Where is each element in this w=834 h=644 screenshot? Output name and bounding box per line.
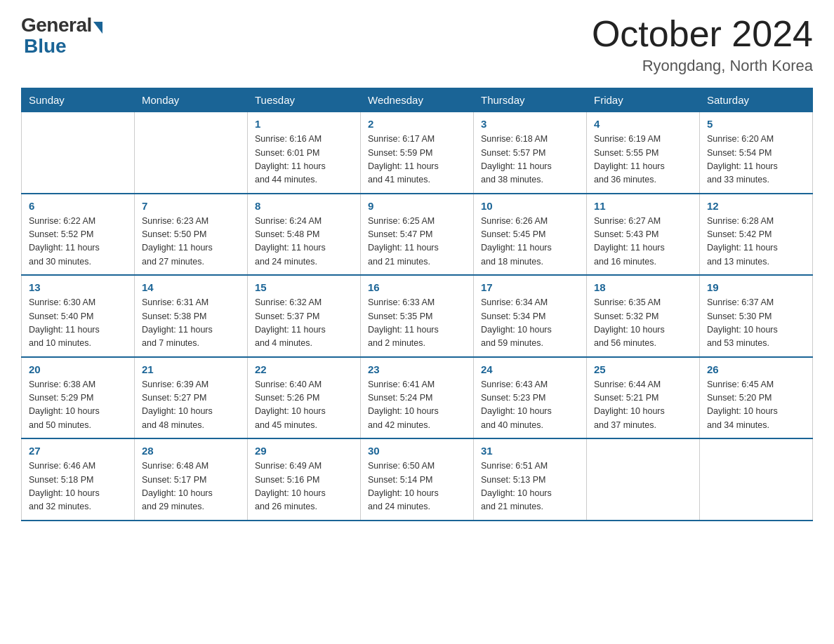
day-number: 12	[707, 200, 805, 212]
calendar-cell: 8Sunrise: 6:24 AMSunset: 5:48 PMDaylight…	[248, 194, 361, 276]
day-number: 13	[29, 281, 127, 293]
day-info: Sunrise: 6:25 AMSunset: 5:47 PMDaylight:…	[368, 215, 466, 269]
calendar-cell: 27Sunrise: 6:46 AMSunset: 5:18 PMDayligh…	[22, 438, 135, 521]
day-number: 31	[481, 445, 579, 457]
day-number: 1	[255, 118, 353, 130]
calendar-week-row: 27Sunrise: 6:46 AMSunset: 5:18 PMDayligh…	[22, 438, 813, 521]
day-number: 20	[29, 363, 127, 375]
calendar-cell: 13Sunrise: 6:30 AMSunset: 5:40 PMDayligh…	[22, 275, 135, 357]
day-number: 27	[29, 445, 127, 457]
day-info: Sunrise: 6:16 AMSunset: 6:01 PMDaylight:…	[255, 133, 353, 187]
day-info: Sunrise: 6:19 AMSunset: 5:55 PMDaylight:…	[594, 133, 692, 187]
logo: General Blue	[21, 14, 102, 58]
calendar-cell: 10Sunrise: 6:26 AMSunset: 5:45 PMDayligh…	[474, 194, 587, 276]
day-info: Sunrise: 6:26 AMSunset: 5:45 PMDaylight:…	[481, 215, 579, 269]
calendar-cell: 6Sunrise: 6:22 AMSunset: 5:52 PMDaylight…	[22, 194, 135, 276]
calendar-cell: 28Sunrise: 6:48 AMSunset: 5:17 PMDayligh…	[135, 438, 248, 521]
calendar-cell: 24Sunrise: 6:43 AMSunset: 5:23 PMDayligh…	[474, 357, 587, 439]
day-number: 24	[481, 363, 579, 375]
calendar-cell: 3Sunrise: 6:18 AMSunset: 5:57 PMDaylight…	[474, 112, 587, 194]
day-info: Sunrise: 6:32 AMSunset: 5:37 PMDaylight:…	[255, 296, 353, 351]
day-info: Sunrise: 6:44 AMSunset: 5:21 PMDaylight:…	[594, 378, 692, 433]
day-info: Sunrise: 6:51 AMSunset: 5:13 PMDaylight:…	[481, 459, 579, 514]
day-number: 16	[368, 281, 466, 293]
calendar-cell: 22Sunrise: 6:40 AMSunset: 5:26 PMDayligh…	[248, 357, 361, 439]
day-number: 28	[142, 445, 240, 457]
logo-general-text: General	[21, 14, 92, 36]
calendar-cell: 11Sunrise: 6:27 AMSunset: 5:43 PMDayligh…	[587, 194, 700, 276]
day-info: Sunrise: 6:30 AMSunset: 5:40 PMDaylight:…	[29, 296, 127, 351]
calendar-cell: 5Sunrise: 6:20 AMSunset: 5:54 PMDaylight…	[700, 112, 813, 194]
day-info: Sunrise: 6:27 AMSunset: 5:43 PMDaylight:…	[594, 215, 692, 269]
day-info: Sunrise: 6:24 AMSunset: 5:48 PMDaylight:…	[255, 215, 353, 269]
calendar-cell: 23Sunrise: 6:41 AMSunset: 5:24 PMDayligh…	[361, 357, 474, 439]
day-number: 15	[255, 281, 353, 293]
calendar-cell	[587, 438, 700, 521]
calendar-cell: 20Sunrise: 6:38 AMSunset: 5:29 PMDayligh…	[22, 357, 135, 439]
day-info: Sunrise: 6:23 AMSunset: 5:50 PMDaylight:…	[142, 215, 240, 269]
calendar-cell: 7Sunrise: 6:23 AMSunset: 5:50 PMDaylight…	[135, 194, 248, 276]
calendar-week-row: 13Sunrise: 6:30 AMSunset: 5:40 PMDayligh…	[22, 275, 813, 357]
calendar-cell: 2Sunrise: 6:17 AMSunset: 5:59 PMDaylight…	[361, 112, 474, 194]
day-number: 5	[707, 118, 805, 130]
weekday-header-tuesday: Tuesday	[248, 88, 361, 112]
day-info: Sunrise: 6:50 AMSunset: 5:14 PMDaylight:…	[368, 459, 466, 514]
weekday-header-saturday: Saturday	[700, 88, 813, 112]
calendar-week-row: 1Sunrise: 6:16 AMSunset: 6:01 PMDaylight…	[22, 112, 813, 194]
calendar-cell: 26Sunrise: 6:45 AMSunset: 5:20 PMDayligh…	[700, 357, 813, 439]
logo-blue-text: Blue	[24, 35, 67, 58]
day-info: Sunrise: 6:22 AMSunset: 5:52 PMDaylight:…	[29, 215, 127, 269]
calendar-cell	[135, 112, 248, 194]
day-info: Sunrise: 6:18 AMSunset: 5:57 PMDaylight:…	[481, 133, 579, 187]
calendar-week-row: 20Sunrise: 6:38 AMSunset: 5:29 PMDayligh…	[22, 357, 813, 439]
day-info: Sunrise: 6:49 AMSunset: 5:16 PMDaylight:…	[255, 459, 353, 514]
day-number: 14	[142, 281, 240, 293]
calendar-cell: 1Sunrise: 6:16 AMSunset: 6:01 PMDaylight…	[248, 112, 361, 194]
day-number: 3	[481, 118, 579, 130]
day-number: 23	[368, 363, 466, 375]
calendar-cell: 18Sunrise: 6:35 AMSunset: 5:32 PMDayligh…	[587, 275, 700, 357]
calendar-cell	[700, 438, 813, 521]
weekday-header-friday: Friday	[587, 88, 700, 112]
day-number: 30	[368, 445, 466, 457]
calendar-cell: 29Sunrise: 6:49 AMSunset: 5:16 PMDayligh…	[248, 438, 361, 521]
day-info: Sunrise: 6:37 AMSunset: 5:30 PMDaylight:…	[707, 296, 805, 351]
weekday-header-monday: Monday	[135, 88, 248, 112]
day-number: 11	[594, 200, 692, 212]
day-info: Sunrise: 6:46 AMSunset: 5:18 PMDaylight:…	[29, 459, 127, 514]
calendar-cell	[22, 112, 135, 194]
calendar-cell: 17Sunrise: 6:34 AMSunset: 5:34 PMDayligh…	[474, 275, 587, 357]
calendar-week-row: 6Sunrise: 6:22 AMSunset: 5:52 PMDaylight…	[22, 194, 813, 276]
day-number: 4	[594, 118, 692, 130]
calendar-table: SundayMondayTuesdayWednesdayThursdayFrid…	[21, 88, 813, 521]
day-info: Sunrise: 6:48 AMSunset: 5:17 PMDaylight:…	[142, 459, 240, 514]
day-info: Sunrise: 6:40 AMSunset: 5:26 PMDaylight:…	[255, 378, 353, 433]
day-number: 9	[368, 200, 466, 212]
calendar-cell: 16Sunrise: 6:33 AMSunset: 5:35 PMDayligh…	[361, 275, 474, 357]
day-info: Sunrise: 6:20 AMSunset: 5:54 PMDaylight:…	[707, 133, 805, 187]
weekday-header-thursday: Thursday	[474, 88, 587, 112]
weekday-header-sunday: Sunday	[22, 88, 135, 112]
calendar-cell: 19Sunrise: 6:37 AMSunset: 5:30 PMDayligh…	[700, 275, 813, 357]
month-title: October 2024	[592, 14, 813, 54]
day-info: Sunrise: 6:43 AMSunset: 5:23 PMDaylight:…	[481, 378, 579, 433]
day-info: Sunrise: 6:45 AMSunset: 5:20 PMDaylight:…	[707, 378, 805, 433]
day-number: 21	[142, 363, 240, 375]
day-number: 29	[255, 445, 353, 457]
calendar-cell: 14Sunrise: 6:31 AMSunset: 5:38 PMDayligh…	[135, 275, 248, 357]
day-number: 19	[707, 281, 805, 293]
day-number: 8	[255, 200, 353, 212]
day-info: Sunrise: 6:38 AMSunset: 5:29 PMDaylight:…	[29, 378, 127, 433]
weekday-header-row: SundayMondayTuesdayWednesdayThursdayFrid…	[22, 88, 813, 112]
calendar-cell: 25Sunrise: 6:44 AMSunset: 5:21 PMDayligh…	[587, 357, 700, 439]
day-number: 17	[481, 281, 579, 293]
day-number: 22	[255, 363, 353, 375]
calendar-cell: 4Sunrise: 6:19 AMSunset: 5:55 PMDaylight…	[587, 112, 700, 194]
day-info: Sunrise: 6:33 AMSunset: 5:35 PMDaylight:…	[368, 296, 466, 351]
day-info: Sunrise: 6:34 AMSunset: 5:34 PMDaylight:…	[481, 296, 579, 351]
day-number: 2	[368, 118, 466, 130]
weekday-header-wednesday: Wednesday	[361, 88, 474, 112]
day-info: Sunrise: 6:31 AMSunset: 5:38 PMDaylight:…	[142, 296, 240, 351]
day-info: Sunrise: 6:17 AMSunset: 5:59 PMDaylight:…	[368, 133, 466, 187]
title-block: October 2024 Ryongdang, North Korea	[592, 14, 813, 75]
